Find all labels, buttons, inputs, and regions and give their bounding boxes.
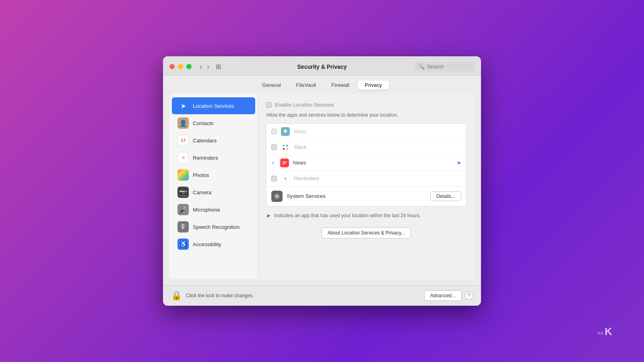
system-services-label: System Services [287, 193, 426, 199]
content-area: ➤ Location Services 👤 Contacts 17 Calend… [169, 94, 475, 279]
maximize-button[interactable] [186, 64, 192, 69]
app-checkbox-maps[interactable] [271, 129, 277, 134]
lock-text: Click the lock to make changes. [186, 293, 424, 298]
enable-label: Enable Location Services [275, 102, 334, 108]
about-button[interactable]: About Location Services & Privacy... [322, 227, 411, 239]
help-button[interactable]: ? [465, 292, 473, 300]
sidebar-label-calendars: Calendars [193, 138, 217, 144]
sidebar-item-photos[interactable]: Photos [172, 167, 255, 183]
search-box[interactable]: 🔍 [414, 62, 475, 71]
system-services-icon [271, 191, 283, 202]
system-services-row[interactable]: System Services Details... [266, 187, 466, 206]
microphone-icon: 🎤 [178, 204, 189, 215]
svg-rect-4 [283, 148, 285, 150]
location-note-text: Indicates an app that has used your loca… [274, 212, 421, 219]
tab-general[interactable]: General [255, 80, 288, 90]
photos-icon [178, 169, 189, 181]
table-row[interactable]: Maps [266, 124, 466, 140]
sidebar-label-speech: Speech Recognition [193, 224, 239, 230]
grid-icon[interactable]: ⊞ [216, 63, 221, 70]
accessibility-icon: ♿ [178, 239, 189, 250]
nav-buttons: ‹ › [198, 62, 211, 71]
main-window: ‹ › ⊞ Security & Privacy 🔍 General FileV… [163, 56, 481, 306]
sidebar: ➤ Location Services 👤 Contacts 17 Calend… [169, 94, 258, 279]
svg-rect-2 [283, 145, 285, 146]
forward-button[interactable]: › [205, 62, 211, 71]
sidebar-item-reminders[interactable]: ≡ Reminders [172, 149, 255, 166]
table-row[interactable]: ≡ Reminders [266, 171, 466, 187]
sidebar-label-reminders: Reminders [193, 155, 218, 161]
news-checkmark: ✓ [271, 160, 275, 166]
slack-app-icon [281, 143, 290, 152]
main-panel: Enable Location Services Allow the apps … [258, 94, 475, 279]
minimize-button[interactable] [178, 64, 183, 69]
location-icon: ➤ [178, 100, 189, 111]
search-icon: 🔍 [418, 64, 425, 70]
tab-privacy[interactable]: Privacy [357, 80, 389, 90]
watermark: ++K [597, 325, 612, 338]
location-note: ➤ Indicates an app that has used your lo… [266, 212, 466, 219]
window-title: Security & Privacy [297, 64, 347, 70]
table-row[interactable]: ✓ News ➤ [266, 155, 466, 171]
sidebar-label-contacts: Contacts [193, 120, 213, 126]
sidebar-label-photos: Photos [193, 172, 209, 178]
sidebar-item-microphone[interactable]: 🎤 Microphone [172, 201, 255, 218]
sidebar-item-location[interactable]: ➤ Location Services [172, 97, 255, 114]
speech-icon: 🎙 [178, 221, 189, 232]
maps-app-icon [281, 127, 290, 136]
app-name-slack: Slack [294, 144, 461, 150]
title-bar: ‹ › ⊞ Security & Privacy 🔍 [163, 56, 481, 76]
app-checkbox-reminders[interactable] [271, 176, 277, 181]
sidebar-item-speech[interactable]: 🎙 Speech Recognition [172, 218, 255, 235]
svg-rect-3 [286, 145, 288, 146]
reminders-icon: ≡ [178, 152, 189, 163]
back-button[interactable]: ‹ [198, 62, 204, 71]
news-app-icon [280, 158, 289, 167]
advanced-button[interactable]: Advanced... [424, 290, 462, 301]
app-name-news: News [293, 160, 453, 166]
camera-icon: 📷 [178, 187, 189, 198]
app-checkbox-slack[interactable] [271, 144, 277, 150]
sidebar-item-contacts[interactable]: 👤 Contacts [172, 115, 255, 132]
app-name-maps: Maps [294, 128, 461, 134]
sidebar-label-camera: Camera [193, 189, 211, 195]
reminders-app-icon: ≡ [281, 174, 290, 183]
tab-firewall[interactable]: Firewall [324, 80, 357, 90]
contacts-icon: 👤 [178, 117, 189, 129]
calendars-icon: 17 [178, 135, 189, 146]
sidebar-label-microphone: Microphone [193, 207, 220, 213]
sidebar-item-calendars[interactable]: 17 Calendars [172, 132, 255, 149]
close-button[interactable] [169, 64, 175, 69]
enable-checkbox[interactable] [266, 102, 272, 108]
sidebar-label-location: Location Services [193, 103, 234, 109]
sidebar-item-camera[interactable]: 📷 Camera [172, 184, 255, 201]
traffic-lights [169, 64, 192, 69]
sidebar-item-accessibility[interactable]: ♿ Accessibility [172, 236, 255, 253]
location-used-arrow: ➤ [457, 160, 461, 166]
lock-icon[interactable]: 🔒 [171, 290, 182, 301]
note-arrow-icon: ➤ [266, 212, 271, 219]
details-button[interactable]: Details... [430, 191, 461, 201]
enable-desc: Allow the apps and services below to det… [266, 112, 466, 119]
bottom-bar: 🔒 Click the lock to make changes. Advanc… [163, 285, 481, 306]
apps-list: Maps Slack [266, 123, 466, 206]
svg-point-11 [276, 195, 278, 197]
tab-filevault[interactable]: FileVault [289, 80, 324, 90]
enable-row: Enable Location Services [266, 102, 466, 108]
table-row[interactable]: Slack [266, 140, 466, 155]
search-input[interactable] [427, 64, 471, 70]
svg-rect-5 [286, 148, 288, 150]
tab-bar: General FileVault Firewall Privacy [163, 76, 481, 94]
app-name-reminders: Reminders [294, 175, 461, 181]
sidebar-label-accessibility: Accessibility [193, 241, 221, 247]
